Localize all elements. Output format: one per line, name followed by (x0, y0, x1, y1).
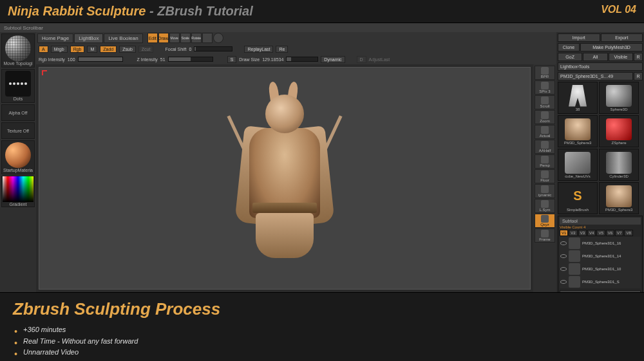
drawsize-label: Draw Size (239, 57, 260, 62)
vp-icon (541, 171, 549, 178)
tool-thumbnails: 38Sphere3DPM3D_Sphere3ZSpherecube_NewUVs… (558, 82, 643, 214)
rgb-int-label: Rgb Intensity (39, 57, 65, 62)
subtool-item[interactable]: PM3D_Sphere3D1_14 (560, 250, 641, 263)
material-sphere-icon (5, 142, 31, 168)
vp-btn-tynamic[interactable]: tynamic (535, 184, 555, 198)
vp-btn-aahalf[interactable]: AAHalf (535, 140, 555, 154)
material-slot[interactable]: StartupMateria (1, 140, 35, 174)
char-icon (565, 118, 591, 140)
lightbox-tools-button[interactable]: Lightbox›Tools (558, 62, 643, 71)
current-tool-label[interactable]: PM3D_Sphere3D1_S…49 (558, 72, 633, 80)
texture-slot[interactable]: Texture Off (1, 122, 35, 139)
vp-btn-floor[interactable]: Floor (535, 169, 555, 183)
viewport[interactable] (39, 67, 531, 290)
vp-btn-qxyz[interactable]: Qxyz (535, 214, 555, 228)
rgb-intensity-slider[interactable] (78, 57, 123, 62)
eye-icon[interactable] (560, 241, 567, 245)
export-button[interactable]: Export (601, 33, 643, 42)
v-chip-v4[interactable]: V4 (587, 230, 596, 236)
focal-label: Focal Shift (165, 47, 186, 51)
stroke-slot[interactable]: Dots (1, 69, 35, 103)
sphere-mode-icon[interactable] (213, 33, 223, 43)
focal-slider[interactable] (194, 46, 232, 51)
subtool-item[interactable]: PM3D_Sphere3D1_16 (560, 237, 641, 250)
import-button[interactable]: Import (558, 33, 600, 42)
vp-btn-actual[interactable]: Actual (535, 125, 555, 139)
subtool-item[interactable]: PM3D_Sphere3D1_10 (560, 263, 641, 275)
tool-thumb-char2[interactable]: PM3D_Sphere3 (599, 182, 639, 214)
edit-button[interactable]: Edit (147, 33, 158, 43)
d-button[interactable]: D (357, 56, 366, 63)
tool-thumb-char[interactable]: PM3D_Sphere3 (558, 115, 598, 147)
zcut-button[interactable]: Zcut (138, 46, 154, 53)
goz-button[interactable]: GoZ (558, 53, 582, 61)
subtool-item[interactable]: PM3D_Sphere3D1_S (560, 275, 641, 288)
v-chip-v8[interactable]: V8 (624, 230, 632, 236)
scale-button[interactable]: Scale (180, 33, 191, 43)
zsub-button[interactable]: Zsub (119, 46, 136, 53)
vp-btn-persp[interactable]: Persp (535, 154, 555, 169)
m-button[interactable]: M (87, 46, 97, 53)
char2-icon (606, 185, 632, 207)
dynamic-button[interactable]: Dynamic (321, 56, 345, 63)
eye-icon[interactable] (560, 254, 567, 258)
visible-button[interactable]: Visible (609, 53, 633, 61)
tool-thumb-zsphere[interactable]: ZSphere (599, 115, 639, 147)
draw-button[interactable]: Draw (158, 33, 169, 43)
rgb-button[interactable]: Rgb (70, 46, 85, 53)
vp-btn-spix3[interactable]: SPix 3 (535, 80, 555, 95)
r-button[interactable]: R (634, 53, 643, 61)
focal-value: 0 (189, 47, 192, 51)
sculpture-render (227, 82, 343, 275)
tool-thumb-sphere[interactable]: Sphere3D (599, 82, 639, 114)
visibility-chips: V1V2V3V4V5V6V7V8 (560, 230, 641, 236)
bullet-item: +360 minutes (23, 324, 631, 336)
extra-button-1[interactable] (202, 33, 213, 43)
move-button[interactable]: Move (169, 33, 180, 43)
v-chip-v2[interactable]: V2 (569, 230, 577, 236)
a-button[interactable]: A (39, 46, 48, 53)
s-button[interactable]: S (227, 56, 237, 63)
drawsize-slider[interactable] (286, 57, 318, 62)
tab-live-boolean[interactable]: Live Boolean (104, 33, 142, 43)
r2-button[interactable]: R (634, 72, 643, 80)
vp-btn-frame[interactable]: Frame (535, 228, 555, 243)
all-button[interactable]: All (583, 53, 607, 61)
z-intensity-slider[interactable] (168, 57, 213, 62)
vp-btn-lsym[interactable]: L.Sym (535, 199, 555, 213)
clone-button[interactable]: Clone (558, 43, 580, 51)
alpha-slot[interactable]: Alpha Off (1, 104, 35, 121)
mrgb-button[interactable]: Mrgb (51, 46, 68, 53)
brush-slot[interactable]: Move Topologi (1, 33, 35, 68)
vp-btn-bpr[interactable]: BPR (535, 66, 555, 80)
v-chip-v7[interactable]: V7 (615, 230, 623, 236)
eye-icon[interactable] (560, 267, 567, 271)
make-polymesh-button[interactable]: Make PolyMesh3D (580, 43, 643, 51)
zadd-button[interactable]: Zadd (100, 46, 117, 53)
v-chip-v5[interactable]: V5 (596, 230, 605, 236)
v-chip-v6[interactable]: V6 (606, 230, 614, 236)
v-chip-v1[interactable]: V1 (560, 230, 568, 236)
viewport-corner-icon (42, 70, 47, 75)
cube-icon (565, 152, 591, 174)
vp-btn-zoom[interactable]: Zoom (535, 110, 555, 124)
rotate-button[interactable]: Rotate (191, 33, 202, 43)
vp-btn-scroll[interactable]: Scroll (535, 95, 555, 109)
tool-thumb-s[interactable]: SSimpleBrush (558, 182, 598, 214)
tool-thumb-cube[interactable]: cube_NewUVs (558, 149, 598, 181)
subtool-header[interactable]: Subtool (560, 218, 641, 225)
tab-lightbox[interactable]: LightBox (74, 33, 103, 43)
tab-home[interactable]: Home Page (37, 33, 73, 43)
v-chip-v3[interactable]: V3 (578, 230, 587, 236)
tool-thumb-legs[interactable]: 38 (558, 82, 598, 114)
re-button[interactable]: Re (276, 46, 288, 53)
adjust-label: AdjustLast (369, 57, 390, 62)
color-picker[interactable]: Gradient (1, 176, 35, 207)
vp-icon (541, 97, 549, 104)
eye-icon[interactable] (560, 280, 567, 284)
tool-thumb-cyl[interactable]: Cylinder3D (599, 149, 639, 181)
footer-title: Zbrush Sculpting Process (13, 299, 631, 319)
replay-button[interactable]: ReplayLast (244, 46, 273, 53)
subtool-list: PM3D_Sphere3D1_16PM3D_Sphere3D1_14PM3D_S… (560, 237, 641, 288)
z-int-label: Z Intensity (137, 57, 158, 62)
